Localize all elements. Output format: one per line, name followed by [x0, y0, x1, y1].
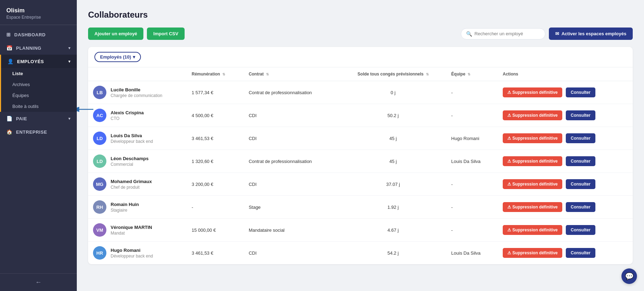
employee-contrat: Mandataire social: [244, 219, 340, 242]
employee-solde: 45 j: [340, 150, 446, 173]
employee-equipe: -: [446, 219, 498, 242]
import-csv-button[interactable]: Import CSV: [147, 28, 185, 40]
sidebar-item-dashboard[interactable]: ⊞ DASHBOARD: [0, 28, 77, 41]
consult-button[interactable]: Consulter: [566, 133, 595, 143]
activate-icon: ✉: [555, 31, 559, 36]
employee-equipe: Louis Da Silva: [446, 242, 498, 265]
company-name: Olisim: [6, 7, 70, 14]
employee-name: Alexis Crispina: [111, 110, 144, 115]
table-row: LB Lucile Bonille Chargée de communicati…: [88, 81, 633, 104]
employee-remuneration: 3 461,53 €: [187, 127, 244, 150]
consult-button[interactable]: Consulter: [566, 110, 595, 120]
consult-button[interactable]: Consulter: [566, 225, 595, 235]
page-title: Collaborateurs: [88, 10, 633, 20]
employee-actions: ⚠ Suppression définitive Consulter: [498, 150, 633, 173]
col-equipe[interactable]: Équipe ⇅: [446, 67, 498, 81]
delete-button[interactable]: ⚠ Suppression définitive: [503, 87, 562, 97]
col-remuneration[interactable]: Rémunération ⇅: [187, 67, 244, 81]
employee-actions: ⚠ Suppression définitive Consulter: [498, 104, 633, 127]
consult-button[interactable]: Consulter: [566, 87, 595, 97]
employee-contrat: CDI: [244, 104, 340, 127]
add-employee-button[interactable]: Ajouter un employé: [88, 28, 143, 40]
table-row: LD Léon Deschamps Commercial 1 320,60 €C…: [88, 150, 633, 173]
consult-button[interactable]: Consulter: [566, 179, 595, 189]
employee-actions: ⚠ Suppression définitive Consulter: [498, 219, 633, 242]
employee-name: Romain Huin: [111, 202, 139, 207]
employee-role: Chargée de communication: [111, 93, 162, 98]
avatar: LD: [93, 132, 106, 145]
paie-chevron: ▾: [68, 116, 71, 121]
employee-remuneration: 1 320,60 €: [187, 150, 244, 173]
employee-actions: ⚠ Suppression définitive Consulter: [498, 196, 633, 219]
consult-button[interactable]: Consulter: [566, 248, 595, 258]
employees-badge[interactable]: Employés (10) ▾: [94, 52, 141, 62]
sort-solde: ⇅: [426, 72, 429, 76]
activate-spaces-button[interactable]: ✉ Activer les espaces employés: [549, 28, 633, 40]
col-actions: Actions: [498, 67, 633, 81]
employee-cell: AC Alexis Crispina CTO: [88, 104, 187, 127]
employee-role: Mandat: [111, 231, 152, 236]
employee-contrat: CDI: [244, 242, 340, 265]
sidebar-collapse-button[interactable]: ←: [0, 273, 77, 291]
employee-solde: 45 j: [340, 127, 446, 150]
col-contrat[interactable]: Contrat ⇅: [244, 67, 340, 81]
delete-button[interactable]: ⚠ Suppression définitive: [503, 133, 562, 143]
delete-button[interactable]: ⚠ Suppression définitive: [503, 202, 562, 212]
employee-equipe: Hugo Romani: [446, 127, 498, 150]
consult-button[interactable]: Consulter: [566, 156, 595, 166]
employee-remuneration: -: [187, 196, 244, 219]
planning-icon: 📅: [6, 45, 13, 51]
sidebar-item-paie[interactable]: 📄 PAIE ▾: [0, 112, 77, 125]
sort-remuneration: ⇅: [222, 72, 225, 76]
employee-cell: MG Mohamed Grimaux Chef de produit: [88, 173, 187, 196]
col-employee: [88, 67, 187, 81]
employes-label: EMPLOYÉS: [17, 59, 44, 64]
main-content: Collaborateurs Ajouter un employé Import…: [77, 0, 644, 291]
sidebar-item-planning[interactable]: 📅 PLANNING ▾: [0, 41, 77, 55]
employee-equipe: -: [446, 104, 498, 127]
planning-label: PLANNING: [16, 46, 42, 51]
search-input[interactable]: [475, 31, 540, 36]
employee-actions: ⚠ Suppression définitive Consulter: [498, 173, 633, 196]
delete-button[interactable]: ⚠ Suppression définitive: [503, 248, 562, 258]
chat-bubble-button[interactable]: 💬: [621, 268, 637, 284]
employee-cell: RH Romain Huin Stagiaire: [88, 196, 187, 219]
employee-remuneration: 15 000,00 €: [187, 219, 244, 242]
employee-remuneration: 4 500,00 €: [187, 104, 244, 127]
employee-solde: 1.92 j: [340, 196, 446, 219]
sidebar-sub-liste[interactable]: Liste: [1, 68, 77, 79]
delete-button[interactable]: ⚠ Suppression définitive: [503, 179, 562, 189]
sidebar-item-employes[interactable]: 👤 EMPLOYÉS ▾: [1, 55, 77, 68]
delete-button[interactable]: ⚠ Suppression définitive: [503, 110, 562, 120]
employee-cell: HR Hugo Romani Développeur back end: [88, 242, 187, 265]
employee-solde: 37.07 j: [340, 173, 446, 196]
employee-cell: LD Léon Deschamps Commercial: [88, 150, 187, 173]
avatar: MG: [93, 177, 106, 191]
company-subtitle: Espace Entreprise: [6, 15, 70, 20]
col-solde[interactable]: Solde tous congés prévisionnels ⇅: [340, 67, 446, 81]
paie-icon: 📄: [6, 116, 13, 121]
badge-chevron: ▾: [133, 54, 135, 60]
sidebar-sub-archives[interactable]: Archives: [1, 79, 77, 90]
delete-button[interactable]: ⚠ Suppression définitive: [503, 225, 562, 235]
employes-section: 👤 EMPLOYÉS ▾ Liste Archives Équipes Boit…: [0, 55, 77, 112]
employee-actions: ⚠ Suppression définitive Consulter: [498, 81, 633, 104]
employee-name: Louis Da Silva: [111, 133, 153, 138]
employee-solde: 4.67 j: [340, 219, 446, 242]
table-row: RH Romain Huin Stagiaire -Stage1.92 j- ⚠…: [88, 196, 633, 219]
avatar: LD: [93, 154, 106, 168]
avatar: VM: [93, 223, 106, 237]
sidebar-sub-equipes[interactable]: Équipes: [1, 90, 77, 101]
employee-equipe: -: [446, 196, 498, 219]
employee-cell: VM Véronique MARTIN Mandat: [88, 219, 187, 242]
employee-contrat: CDI: [244, 173, 340, 196]
sidebar-sub-boite[interactable]: Boite à outils: [1, 101, 77, 112]
sidebar-item-entreprise[interactable]: 🏠 ENTREPRISE: [0, 125, 77, 139]
employee-name: Mohamed Grimaux: [111, 179, 152, 184]
delete-button[interactable]: ⚠ Suppression définitive: [503, 156, 562, 166]
employee-name: Léon Deschamps: [111, 156, 149, 161]
employee-role: CTO: [111, 116, 144, 121]
employee-equipe: -: [446, 81, 498, 104]
avatar: HR: [93, 246, 106, 260]
consult-button[interactable]: Consulter: [566, 202, 595, 212]
